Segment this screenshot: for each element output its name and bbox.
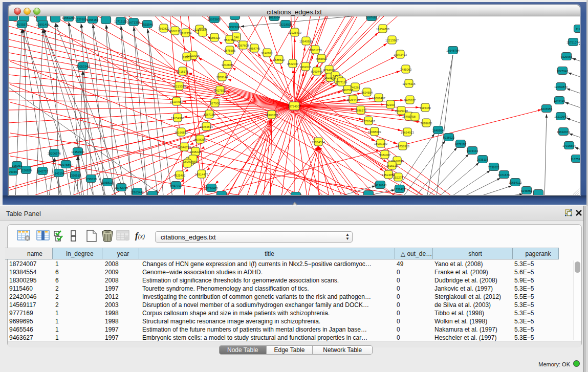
svg-text:16671355: 16671355 bbox=[127, 21, 140, 24]
svg-text:746266: 746266 bbox=[350, 86, 360, 89]
svg-text:39159: 39159 bbox=[9, 170, 17, 173]
svg-text:1350515: 1350515 bbox=[70, 174, 81, 177]
svg-text:1112: 1112 bbox=[576, 28, 580, 31]
svg-text:16033809: 16033809 bbox=[208, 18, 221, 21]
svg-text:23226058: 23226058 bbox=[193, 28, 206, 31]
svg-text:12923446: 12923446 bbox=[130, 191, 144, 194]
svg-text:19218506: 19218506 bbox=[279, 23, 292, 26]
svg-text:9329966: 9329966 bbox=[561, 55, 573, 58]
svg-text:12325419: 12325419 bbox=[288, 31, 301, 34]
svg-text:2367608: 2367608 bbox=[237, 44, 249, 47]
svg-text:19654985: 19654985 bbox=[171, 117, 184, 120]
svg-text:7515546: 7515546 bbox=[142, 23, 154, 26]
svg-text:6879197: 6879197 bbox=[455, 143, 467, 146]
svg-text:19384554: 19384554 bbox=[312, 141, 325, 144]
svg-text:135051: 135051 bbox=[12, 164, 21, 167]
svg-text:7485063: 7485063 bbox=[400, 68, 412, 71]
svg-text:1588520: 1588520 bbox=[273, 58, 285, 61]
svg-text:8938923: 8938923 bbox=[443, 136, 455, 139]
svg-text:12093873: 12093873 bbox=[554, 85, 568, 89]
svg-text:10719155: 10719155 bbox=[114, 20, 127, 23]
svg-text:2935114: 2935114 bbox=[477, 158, 489, 161]
svg-text:18724007: 18724007 bbox=[288, 105, 301, 108]
svg-text:917006: 917006 bbox=[210, 102, 220, 105]
svg-text:20364436: 20364436 bbox=[346, 98, 360, 101]
svg-text:10654112: 10654112 bbox=[509, 181, 521, 184]
svg-text:9474444: 9474444 bbox=[467, 149, 478, 152]
svg-text:10975867: 10975867 bbox=[59, 163, 73, 166]
svg-text:62160: 62160 bbox=[386, 103, 395, 106]
svg-text:2718176: 2718176 bbox=[177, 70, 189, 73]
svg-text:19166822: 19166822 bbox=[175, 131, 188, 134]
svg-text:9115460: 9115460 bbox=[420, 106, 431, 110]
svg-text:10025438: 10025438 bbox=[395, 110, 408, 113]
svg-text:7955812: 7955812 bbox=[316, 57, 328, 60]
svg-text:10961755: 10961755 bbox=[309, 49, 322, 52]
svg-text:1640954: 1640954 bbox=[432, 129, 444, 132]
svg-text:7625402: 7625402 bbox=[174, 174, 186, 177]
svg-text:3875685: 3875685 bbox=[224, 49, 236, 52]
svg-text:3822037: 3822037 bbox=[287, 62, 299, 65]
svg-text:16154838: 16154838 bbox=[376, 28, 389, 31]
svg-text:3084067: 3084067 bbox=[379, 154, 391, 157]
svg-text:9457791: 9457791 bbox=[170, 184, 182, 187]
svg-text:9660123: 9660123 bbox=[169, 30, 181, 33]
svg-text:6794028: 6794028 bbox=[323, 69, 335, 72]
svg-text:8678354: 8678354 bbox=[194, 138, 206, 141]
svg-text:8912954: 8912954 bbox=[180, 32, 192, 35]
svg-text:9463627: 9463627 bbox=[404, 99, 416, 102]
svg-text:8990448: 8990448 bbox=[311, 70, 323, 73]
svg-text:20691406: 20691406 bbox=[36, 23, 50, 26]
svg-text:14136141: 14136141 bbox=[374, 184, 387, 187]
svg-text:1733426: 1733426 bbox=[394, 188, 406, 191]
svg-text:12213389: 12213389 bbox=[172, 85, 186, 88]
svg-text:9245852: 9245852 bbox=[521, 189, 533, 192]
svg-text:6466160: 6466160 bbox=[87, 18, 99, 21]
svg-text:16782759: 16782759 bbox=[115, 186, 128, 189]
svg-text:8215955: 8215955 bbox=[541, 107, 553, 111]
svg-text:12213967: 12213967 bbox=[385, 39, 399, 42]
svg-text:20206576: 20206576 bbox=[48, 152, 61, 155]
svg-text:18907289: 18907289 bbox=[374, 142, 387, 145]
svg-text:7663822: 7663822 bbox=[158, 27, 170, 30]
svg-text:16648784: 16648784 bbox=[446, 49, 460, 52]
svg-text:12975115: 12975115 bbox=[402, 82, 415, 85]
svg-text:3242845: 3242845 bbox=[222, 63, 233, 67]
svg-text:1795725: 1795725 bbox=[85, 178, 97, 181]
svg-text:2042757: 2042757 bbox=[37, 170, 49, 173]
svg-text:7886372: 7886372 bbox=[355, 109, 367, 112]
svg-text:1615132: 1615132 bbox=[386, 164, 398, 167]
svg-text:7357224: 7357224 bbox=[228, 26, 240, 29]
svg-text:8813054: 8813054 bbox=[269, 16, 280, 19]
svg-text:16210643: 16210643 bbox=[554, 115, 568, 118]
svg-text:15640910: 15640910 bbox=[299, 40, 313, 43]
svg-text:7632621: 7632621 bbox=[488, 166, 500, 169]
svg-text:1527602: 1527602 bbox=[75, 18, 87, 21]
svg-text:17016504: 17016504 bbox=[562, 144, 576, 147]
svg-text:17359934: 17359934 bbox=[71, 150, 85, 154]
svg-text:10807487: 10807487 bbox=[372, 97, 385, 100]
svg-text:9227342: 9227342 bbox=[557, 70, 569, 73]
svg-text:3824554: 3824554 bbox=[361, 91, 373, 94]
svg-text:2803144: 2803144 bbox=[216, 76, 228, 79]
svg-text:1362615: 1362615 bbox=[300, 65, 312, 69]
svg-text:9427552: 9427552 bbox=[214, 89, 226, 92]
svg-text:345: 345 bbox=[333, 75, 338, 78]
svg-text:10958107: 10958107 bbox=[101, 181, 114, 184]
svg-text:252274: 252274 bbox=[393, 176, 403, 179]
svg-text:15720407: 15720407 bbox=[362, 120, 375, 123]
svg-text:16099489: 16099489 bbox=[183, 160, 197, 163]
svg-text:1244415: 1244415 bbox=[554, 99, 565, 102]
svg-text:546: 546 bbox=[234, 36, 239, 39]
svg-text:16120746: 16120746 bbox=[390, 160, 404, 163]
svg-text:10653267: 10653267 bbox=[62, 16, 75, 19]
svg-text:18300295: 18300295 bbox=[265, 114, 278, 117]
svg-text:8454749: 8454749 bbox=[249, 47, 260, 50]
svg-text:93901: 93901 bbox=[183, 56, 191, 59]
svg-text:19692971: 19692971 bbox=[557, 130, 570, 134]
svg-text:15716485: 15716485 bbox=[205, 187, 218, 190]
svg-text:10973493: 10973493 bbox=[394, 53, 407, 56]
svg-text:19353594: 19353594 bbox=[200, 125, 213, 128]
svg-text:1156829: 1156829 bbox=[20, 169, 32, 172]
svg-text:1145194: 1145194 bbox=[53, 172, 65, 175]
